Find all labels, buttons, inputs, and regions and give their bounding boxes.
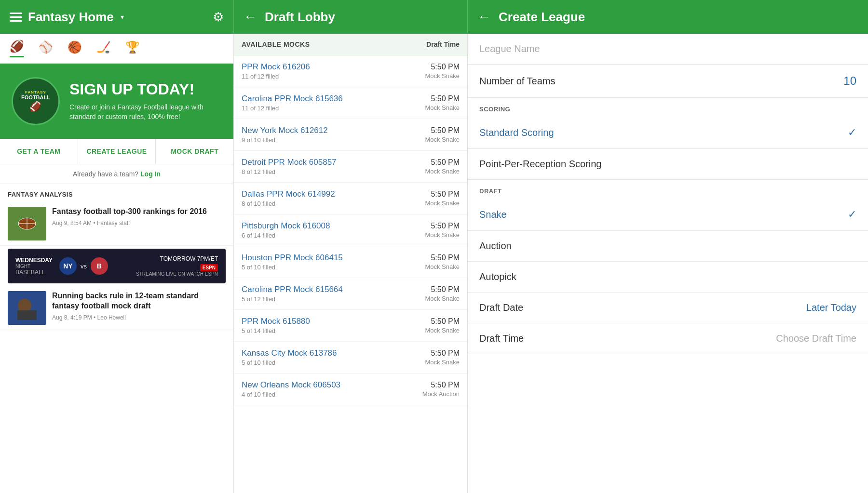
- mock-name-9: Kansas City Mock 613786: [242, 348, 337, 358]
- news-item-rankings[interactable]: Fantasy football top-300 rankings for 20…: [0, 202, 233, 246]
- espn-badge: ESPN: [200, 264, 218, 271]
- header-center: ← Draft Lobby: [234, 0, 468, 34]
- mock-time-info-4: 5:50 PM Mock Snake: [425, 190, 460, 207]
- auction-draft-option[interactable]: Auction: [468, 231, 868, 262]
- baseball-icon[interactable]: ⚾: [39, 40, 53, 57]
- signup-text: SIGN UP TODAY! Create or join a Fantasy …: [69, 81, 222, 121]
- create-league-back-button[interactable]: ←: [477, 9, 491, 25]
- news-meta-runningbacks: Aug 8, 4:19 PM • Leo Howell: [52, 314, 226, 321]
- num-teams-value: 10: [843, 74, 856, 88]
- mock-filled-2: 9 of 10 filled: [242, 136, 328, 144]
- mock-name-5: Pittsburgh Mock 616008: [242, 221, 330, 231]
- left-panel: 🏈 ⚾ 🏀 🏒 🏆 FANTASY FOOTBALL 🏈 SIGN UP TOD…: [0, 34, 234, 493]
- snake-draft-option[interactable]: Snake ✓: [468, 199, 868, 231]
- mock-filled-5: 6 of 14 filled: [242, 232, 330, 239]
- league-name-placeholder: League Name: [479, 43, 540, 54]
- gear-icon[interactable]: ⚙: [213, 10, 224, 25]
- draft-date-row[interactable]: Draft Date Later Today: [468, 293, 868, 323]
- autopick-draft-label: Autopick: [479, 271, 516, 282]
- mock-time-6: 5:50 PM: [425, 253, 460, 262]
- mock-item-9[interactable]: Kansas City Mock 613786 5 of 10 filled 5…: [234, 342, 467, 373]
- mock-left-3: Detroit PPR Mock 605857 8 of 12 filled: [242, 158, 337, 175]
- mock-item-1[interactable]: Carolina PPR Mock 615636 11 of 12 filled…: [234, 87, 467, 119]
- mock-item-4[interactable]: Dallas PPR Mock 614992 8 of 10 filled 5:…: [234, 183, 467, 214]
- baseball-label-text: BASEBALL: [15, 269, 53, 276]
- mock-type-0: Mock Snake: [425, 72, 460, 80]
- mock-type-9: Mock Snake: [425, 359, 460, 366]
- mock-left-4: Dallas PPR Mock 614992 8 of 10 filled: [242, 189, 335, 207]
- standard-scoring-checkmark: ✓: [848, 126, 856, 139]
- hamburger-menu-icon[interactable]: [10, 13, 22, 22]
- analysis-section-title: FANTASY ANALYSIS: [0, 184, 233, 202]
- mock-left-10: New Orleans Mock 606503 4 of 10 filled: [242, 380, 340, 398]
- league-name-field[interactable]: League Name: [468, 34, 868, 65]
- draft-time-column-label: Draft Time: [426, 40, 460, 48]
- login-link[interactable]: Log In: [140, 170, 161, 178]
- game-time: TOMORROW 7PM/ET: [136, 255, 218, 262]
- mock-type-2: Mock Snake: [425, 136, 460, 143]
- mock-item-7[interactable]: Carolina PPR Mock 615664 5 of 12 filled …: [234, 278, 467, 310]
- mock-name-7: Carolina PPR Mock 615664: [242, 285, 343, 294]
- draft-lobby-back-button[interactable]: ←: [244, 9, 257, 25]
- baseball-card[interactable]: WEDNESDAY NIGHT BASEBALL NY vs B TOMORRO…: [8, 249, 226, 283]
- game-info: TOMORROW 7PM/ET ESPN STREAMING LIVE ON W…: [136, 255, 218, 277]
- mock-item-6[interactable]: Houston PPR Mock 606415 5 of 10 filled 5…: [234, 246, 467, 278]
- header-bar: Fantasy Home ▾ ⚙ ← Draft Lobby ← Create …: [0, 0, 868, 34]
- mock-filled-8: 5 of 14 filled: [242, 327, 310, 334]
- news-headline-runningbacks: Running backs rule in 12-team standard f…: [52, 291, 226, 311]
- mock-time-8: 5:50 PM: [425, 317, 460, 326]
- mock-item-8[interactable]: PPR Mock 615880 5 of 14 filled 5:50 PM M…: [234, 310, 467, 342]
- mock-item-10[interactable]: New Orleans Mock 606503 4 of 10 filled 5…: [234, 373, 467, 405]
- mock-time-0: 5:50 PM: [425, 63, 460, 71]
- mock-draft-button[interactable]: MOCK DRAFT: [156, 139, 233, 164]
- news-meta-rankings: Aug 9, 8:54 AM • Fantasy staff: [52, 220, 207, 227]
- mock-left-5: Pittsburgh Mock 616008 6 of 14 filled: [242, 221, 330, 239]
- draft-date-value: Later Today: [806, 302, 856, 313]
- football-icon[interactable]: 🏈: [10, 40, 24, 57]
- mock-filled-9: 5 of 10 filled: [242, 359, 337, 366]
- signup-heading: SIGN UP TODAY!: [69, 81, 222, 98]
- create-league-form: League Name Number of Teams 10 SCORING S…: [468, 34, 868, 354]
- signup-description: Create or join a Fantasy Football league…: [69, 103, 222, 121]
- hockey-icon[interactable]: 🏒: [96, 40, 111, 57]
- auction-draft-label: Auction: [479, 240, 512, 252]
- autopick-draft-option[interactable]: Autopick: [468, 262, 868, 293]
- wednesday-label: WEDNESDAY: [15, 257, 53, 264]
- news-item-runningbacks[interactable]: Running backs rule in 12-team standard f…: [0, 286, 233, 330]
- standard-scoring-label: Standard Scoring: [479, 127, 554, 138]
- app-title: Fantasy Home: [28, 10, 114, 25]
- basketball-icon[interactable]: 🏀: [68, 40, 82, 57]
- mock-item-0[interactable]: PPR Mock 616206 11 of 12 filled 5:50 PM …: [234, 55, 467, 87]
- mock-item-5[interactable]: Pittsburgh Mock 616008 6 of 14 filled 5:…: [234, 214, 467, 246]
- draft-lobby-title: Draft Lobby: [265, 10, 335, 25]
- mock-left-9: Kansas City Mock 613786 5 of 10 filled: [242, 348, 337, 366]
- create-league-button[interactable]: CREATE LEAGUE: [78, 139, 156, 164]
- sport-nav: 🏈 ⚾ 🏀 🏒 🏆: [0, 34, 233, 64]
- action-buttons: GET A TEAM CREATE LEAGUE MOCK DRAFT: [0, 139, 233, 164]
- streaming-info: STREAMING LIVE ON WATCH ESPN: [136, 271, 218, 277]
- mock-item-2[interactable]: New York Mock 612612 9 of 10 filled 5:50…: [234, 119, 467, 151]
- mock-type-3: Mock Snake: [425, 168, 460, 175]
- baseball-label: WEDNESDAY NIGHT BASEBALL: [15, 257, 53, 276]
- night-label: NIGHT: [15, 264, 53, 269]
- mock-name-6: Houston PPR Mock 606415: [242, 253, 343, 263]
- dropdown-arrow-icon[interactable]: ▾: [121, 13, 124, 21]
- snake-draft-checkmark: ✓: [848, 208, 856, 221]
- mock-left-0: PPR Mock 616206 11 of 12 filled: [242, 62, 310, 80]
- mock-type-4: Mock Snake: [425, 200, 460, 207]
- mock-item-3[interactable]: Detroit PPR Mock 605857 8 of 12 filled 5…: [234, 151, 467, 183]
- trophy-icon[interactable]: 🏆: [125, 40, 140, 57]
- mock-left-6: Houston PPR Mock 606415 5 of 10 filled: [242, 253, 343, 271]
- mock-type-7: Mock Snake: [425, 295, 460, 302]
- mock-left-2: New York Mock 612612 9 of 10 filled: [242, 126, 328, 144]
- mock-name-1: Carolina PPR Mock 615636: [242, 94, 343, 104]
- mock-left-8: PPR Mock 615880 5 of 14 filled: [242, 317, 310, 334]
- num-teams-row[interactable]: Number of Teams 10: [468, 65, 868, 98]
- mock-filled-7: 5 of 12 filled: [242, 295, 343, 303]
- get-team-button[interactable]: GET A TEAM: [0, 139, 78, 164]
- ppr-scoring-option[interactable]: Point-Per-Reception Scoring: [468, 149, 868, 180]
- header-left: Fantasy Home ▾ ⚙: [0, 0, 234, 34]
- mock-name-0: PPR Mock 616206: [242, 62, 310, 72]
- standard-scoring-option[interactable]: Standard Scoring ✓: [468, 117, 868, 149]
- draft-time-row[interactable]: Draft Time Choose Draft Time: [468, 323, 868, 354]
